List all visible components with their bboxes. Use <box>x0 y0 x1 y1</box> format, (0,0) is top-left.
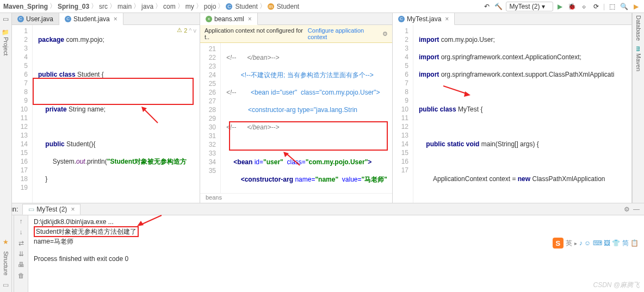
right-tool-gutter: Database mMaven <box>632 13 644 203</box>
coverage-button[interactable]: ⟐ <box>579 2 589 11</box>
search-button[interactable]: 🔍 <box>619 2 629 11</box>
git-button[interactable]: ⬚ <box>607 2 617 11</box>
svg-line-4 <box>443 86 468 94</box>
svg-line-6 <box>140 215 162 225</box>
svg-line-0 <box>144 109 158 123</box>
arrow-4 <box>137 215 164 227</box>
crumb-main[interactable]: main <box>117 3 132 10</box>
editor2-code[interactable]: 212223242526272829303132333435 <!-- </be… <box>200 43 392 193</box>
svg-marker-5 <box>464 91 470 97</box>
bottom-toggle[interactable]: ▭ <box>3 281 9 289</box>
plugin-button[interactable]: ▶ <box>631 2 641 11</box>
editor1-code[interactable]: ⚠2 ^ v 12345678910111213141516171819 pac… <box>12 25 200 203</box>
tab-user[interactable]: CUser.java <box>12 13 59 24</box>
run-button[interactable]: ▶ <box>555 2 565 11</box>
class-icon: C <box>226 3 232 10</box>
crumb-module[interactable]: Spring_03 <box>58 3 89 10</box>
configure-context-link[interactable]: Configure application context <box>308 27 382 40</box>
editor2-gutter: 212223242526272829303132333435 <box>200 43 221 193</box>
build-button[interactable]: 🔨 <box>494 2 504 11</box>
soft-wrap-button[interactable]: ⇄ <box>18 239 24 247</box>
crumb-my[interactable]: my <box>185 3 194 10</box>
crumb-com[interactable]: com <box>163 3 176 10</box>
crumb-pojo[interactable]: pojo <box>204 3 216 10</box>
print-button[interactable]: 🖶 <box>18 261 24 269</box>
run-tab[interactable]: ▭MyTest (2)× <box>22 204 81 215</box>
structure-tool-button[interactable]: Structure <box>3 251 9 276</box>
trash-button[interactable]: 🗑 <box>18 272 24 279</box>
editor-2: xbeans.xml× Application context not conf… <box>200 13 393 203</box>
run-config-select[interactable]: MyTest (2) ▾ <box>506 2 553 11</box>
down-button[interactable]: ↓ <box>20 228 23 236</box>
project-tool-button[interactable]: 📁Project <box>2 28 9 55</box>
method-icon: m <box>268 3 274 10</box>
debug-button[interactable]: 🐞 <box>567 2 577 11</box>
console-line: Process finished with exit code 0 <box>34 254 639 263</box>
crumb-src[interactable]: src <box>99 3 108 10</box>
crumb-method[interactable]: Student <box>277 3 299 10</box>
scroll-button[interactable]: ⇊ <box>18 250 24 258</box>
console-line: D:\jdk\jdk8.0\bin\java.exe ... <box>34 218 639 226</box>
console-line: name=马老师 <box>34 237 639 246</box>
editor1-gutter: 12345678910111213141516171819 <box>12 25 33 203</box>
maven-tool-button[interactable]: mMaven <box>635 46 642 71</box>
sogou-icon: S <box>553 238 564 248</box>
console-highlight: Student对象被无参构造方法创建了 <box>34 226 139 237</box>
editor3-code[interactable]: 1234567891011121314151617 import com.my.… <box>393 25 631 203</box>
arrow-1 <box>141 107 163 128</box>
database-tool-button[interactable]: Database <box>635 15 642 41</box>
tab-student[interactable]: CStudent.java× <box>59 13 123 25</box>
arrow-2 <box>283 152 305 168</box>
editor-3: CMyTest.java× 1234567891011121314151617 … <box>393 13 632 203</box>
crumb-java[interactable]: java <box>141 3 153 10</box>
main-area: ▭ 📁Project CUser.java CStudent.java× ⚠2 … <box>0 13 644 203</box>
svg-line-2 <box>286 153 300 165</box>
tab-beans[interactable]: xbeans.xml× <box>200 13 258 25</box>
close-icon[interactable]: × <box>445 15 449 23</box>
run-panel: Run: ▭MyTest (2)× ⚙— ▶ ■ ≡ ⎋ 📷 ⊞ ↑ ↓ ⇄ ⇊… <box>0 203 644 292</box>
gear-icon[interactable]: ⚙ <box>382 30 388 38</box>
crumb-root[interactable]: Maven_Spring <box>3 3 48 10</box>
close-icon[interactable]: × <box>114 15 117 23</box>
editor2-breadcrumb[interactable]: beans <box>200 193 392 203</box>
sogou-ime-bar[interactable]: S 英▸ ♪ ☺ ⌨ 🖼 👕 简 📋 <box>553 238 639 248</box>
spring-context-banner: Application context not configured for t… <box>200 25 392 43</box>
run-header: Run: ▭MyTest (2)× ⚙— <box>0 203 644 215</box>
editor-1: CUser.java CStudent.java× ⚠2 ^ v 1234567… <box>12 13 200 203</box>
project-toggle[interactable]: ▭ <box>3 15 9 23</box>
console-output[interactable]: D:\jdk\jdk8.0\bin\java.exe ... Student对象… <box>28 215 644 292</box>
up-button[interactable]: ↑ <box>20 218 23 225</box>
run-hide-icon[interactable]: — <box>633 206 640 213</box>
tab-mytest[interactable]: CMyTest.java× <box>393 13 455 25</box>
run-toolbar-2: ↑ ↓ ⇄ ⇊ 🖶 🗑 <box>14 215 28 292</box>
watermark: CSDN @麻腾飞 <box>593 281 640 290</box>
run-settings-icon[interactable]: ⚙ <box>624 206 630 213</box>
close-icon[interactable]: × <box>248 15 252 23</box>
close-icon[interactable]: × <box>71 206 75 213</box>
editor1-tabs: CUser.java CStudent.java× <box>12 13 200 25</box>
editor2-tabs: xbeans.xml× <box>200 13 392 25</box>
arrow-3 <box>443 86 470 97</box>
editor3-tabs: CMyTest.java× <box>393 13 631 25</box>
profile-button[interactable]: ⟳ <box>591 2 601 11</box>
left-tool-gutter: ▭ 📁Project <box>0 13 12 203</box>
editor3-gutter: 1234567891011121314151617 <box>393 25 413 203</box>
back-button[interactable]: ↶ <box>482 2 492 11</box>
top-breadcrumb: Maven_Spring〉 Spring_03〉 src〉 main〉 java… <box>0 0 644 13</box>
crumb-class[interactable]: Student <box>235 3 257 10</box>
favorites-button[interactable]: ★ <box>3 238 9 246</box>
